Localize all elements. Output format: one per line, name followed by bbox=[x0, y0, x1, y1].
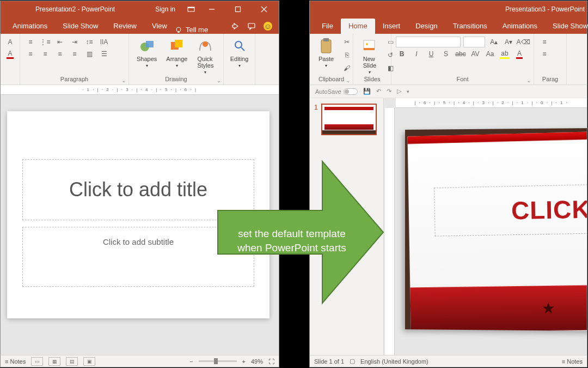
edit-area: | · 6 · | · 5 · | · 4 · | · 3 · | · 2 · … bbox=[384, 98, 587, 355]
group-label-drawing: Drawing bbox=[133, 76, 219, 83]
quick-styles-button[interactable]: Quick Styles▾ bbox=[193, 36, 217, 76]
normal-view-icon[interactable]: ▭ bbox=[31, 357, 43, 366]
notes-button[interactable]: ≡ Notes bbox=[5, 358, 26, 365]
format-painter-icon[interactable]: 🖌 bbox=[341, 62, 353, 74]
svg-point-14 bbox=[235, 41, 242, 48]
justify-icon[interactable]: ≡ bbox=[69, 48, 81, 60]
indent-right-icon[interactable]: ⇥ bbox=[69, 36, 81, 48]
paste-button[interactable]: Paste▾ bbox=[314, 36, 338, 69]
font-color-icon[interactable]: A bbox=[5, 48, 15, 60]
sign-in-link[interactable]: Sign in bbox=[155, 5, 175, 13]
language-indicator[interactable]: English (United Kingdom) bbox=[360, 358, 428, 365]
save-icon[interactable]: 💾 bbox=[363, 88, 371, 95]
convert-smartart-icon[interactable]: ☰ bbox=[98, 48, 110, 60]
feedback-icon[interactable] bbox=[264, 22, 272, 31]
qat-more-icon[interactable]: ▾ bbox=[407, 89, 409, 94]
align-right-icon[interactable]: ≡ bbox=[54, 48, 66, 60]
tab-design[interactable]: Design bbox=[408, 19, 445, 34]
slide-thumbnail[interactable] bbox=[321, 104, 377, 135]
zoom-in-button[interactable]: + bbox=[242, 358, 246, 365]
columns-icon[interactable]: ▥ bbox=[83, 48, 95, 60]
bullets-icon[interactable]: ≡ bbox=[24, 36, 36, 48]
undo-icon[interactable]: ↶ bbox=[376, 88, 381, 95]
reading-view-icon[interactable]: ▤ bbox=[66, 357, 78, 366]
svg-point-6 bbox=[176, 27, 181, 32]
redo-icon[interactable]: ↷ bbox=[387, 88, 391, 95]
notes-button[interactable]: ≡ Notes bbox=[562, 358, 583, 365]
ribbon-left: A A ≡ ⋮≡ ⇤ ⇥ ↕≡ IIA ≡ ≡ ≡ ≡ bbox=[1, 34, 279, 85]
tab-file[interactable]: File bbox=[314, 19, 341, 34]
text-direction-icon[interactable]: IIA bbox=[98, 36, 110, 48]
editing-button[interactable]: Editing▾ bbox=[228, 36, 250, 69]
title-actions: Sign in bbox=[150, 1, 279, 17]
sorter-view-icon[interactable]: ▦ bbox=[48, 357, 60, 366]
zoom-slider[interactable] bbox=[199, 360, 237, 362]
arrange-button[interactable]: Arrange▾ bbox=[163, 36, 191, 69]
strike-icon[interactable]: abc bbox=[455, 48, 467, 60]
slideshow-view-icon[interactable]: ▣ bbox=[83, 357, 95, 366]
tab-slideshow[interactable]: Slide Show bbox=[545, 19, 588, 34]
font-size-field[interactable] bbox=[463, 37, 485, 47]
zoom-level[interactable]: 49% bbox=[251, 358, 263, 365]
fit-window-icon[interactable]: ⛶ bbox=[268, 358, 274, 365]
shapes-button[interactable]: Shapes▾ bbox=[133, 36, 160, 69]
share-icon[interactable] bbox=[231, 22, 240, 31]
statusbar-right: Slide 1 of 1 ▢ English (United Kingdom) … bbox=[310, 355, 587, 367]
minimize-button[interactable] bbox=[203, 1, 221, 17]
tab-review[interactable]: Review bbox=[106, 19, 144, 34]
zoom-out-button[interactable]: − bbox=[189, 358, 193, 365]
bold-icon[interactable]: B bbox=[396, 48, 408, 60]
cut-icon[interactable]: ✂ bbox=[341, 36, 353, 48]
tab-animations[interactable]: Animations bbox=[495, 19, 545, 34]
copy-icon[interactable]: ⎘ bbox=[341, 49, 353, 61]
close-button[interactable] bbox=[255, 1, 273, 17]
italic-icon[interactable]: I bbox=[411, 48, 422, 60]
title-placeholder[interactable]: CLICK T bbox=[434, 182, 587, 236]
ribbon-display-icon[interactable] bbox=[187, 5, 195, 13]
svg-rect-17 bbox=[323, 38, 329, 41]
group-paragraph-fragment: ≡ ≡ Parag bbox=[534, 34, 567, 85]
tab-view[interactable]: View bbox=[144, 19, 175, 34]
align-left-icon[interactable]: ≡ bbox=[24, 48, 36, 60]
slide-counter[interactable]: Slide 1 of 1 bbox=[314, 358, 344, 365]
tab-transitions[interactable]: Transitions bbox=[445, 19, 495, 34]
change-case-icon[interactable]: Aa bbox=[484, 48, 496, 60]
align-left-icon[interactable]: ≡ bbox=[538, 48, 550, 60]
increase-font-icon[interactable]: A▴ bbox=[488, 36, 500, 48]
new-slide-button[interactable]: New Slide▾ bbox=[358, 36, 382, 76]
comments-icon[interactable] bbox=[247, 22, 256, 31]
align-center-icon[interactable]: ≡ bbox=[39, 48, 51, 60]
indent-left-icon[interactable]: ⇤ bbox=[54, 36, 66, 48]
window-title: Presentation2 - PowerPoint bbox=[1, 5, 150, 13]
tab-insert[interactable]: Insert bbox=[375, 19, 408, 34]
svg-rect-10 bbox=[146, 41, 154, 47]
ribbon-tabs-right: File Home Insert Design Transitions Anim… bbox=[310, 17, 587, 34]
maximize-button[interactable] bbox=[229, 1, 247, 17]
svg-rect-16 bbox=[321, 40, 331, 53]
tab-home[interactable]: Home bbox=[341, 19, 375, 34]
ribbon-right: Paste▾ ✂ ⎘ 🖌 Clipboard New Slide▾ ▭ ↺ bbox=[310, 34, 587, 85]
spellcheck-icon[interactable]: ▢ bbox=[350, 358, 355, 365]
tell-me-search[interactable]: Tell me bbox=[175, 26, 208, 34]
autosave-toggle[interactable]: AutoSave bbox=[315, 88, 358, 95]
decrease-font-icon[interactable]: A▾ bbox=[503, 36, 514, 48]
start-from-beginning-icon[interactable]: ▷ bbox=[397, 88, 401, 95]
star-icon: ★ bbox=[541, 299, 555, 317]
highlight-icon[interactable]: ab bbox=[499, 48, 511, 60]
group-slides: New Slide▾ ▭ ↺ ◧ Slides bbox=[353, 34, 391, 85]
line-spacing-icon[interactable]: ↕≡ bbox=[83, 36, 95, 48]
shadow-icon[interactable]: S bbox=[440, 48, 452, 60]
clear-format-icon[interactable]: A⌫ bbox=[517, 36, 529, 48]
numbering-icon[interactable]: ⋮≡ bbox=[39, 36, 51, 48]
ruler-horizontal: | · 6 · | · 5 · | · 4 · | · 3 · | · 2 · … bbox=[396, 98, 587, 108]
font-color-icon[interactable]: A bbox=[513, 48, 525, 60]
bullets-icon[interactable]: ≡ bbox=[538, 36, 550, 48]
font-name-field[interactable] bbox=[396, 37, 461, 47]
slide-canvas[interactable]: CLICK T ★ bbox=[405, 128, 587, 331]
tab-slideshow[interactable]: Slide Show bbox=[55, 19, 106, 34]
char-spacing-icon[interactable]: AV bbox=[469, 48, 481, 60]
tab-animations[interactable]: Animations bbox=[5, 19, 55, 34]
underline-icon[interactable]: U bbox=[425, 48, 437, 60]
titlebar-left: Presentation2 - PowerPoint Sign in bbox=[1, 1, 279, 17]
font-size-up-icon[interactable]: A bbox=[5, 36, 15, 48]
